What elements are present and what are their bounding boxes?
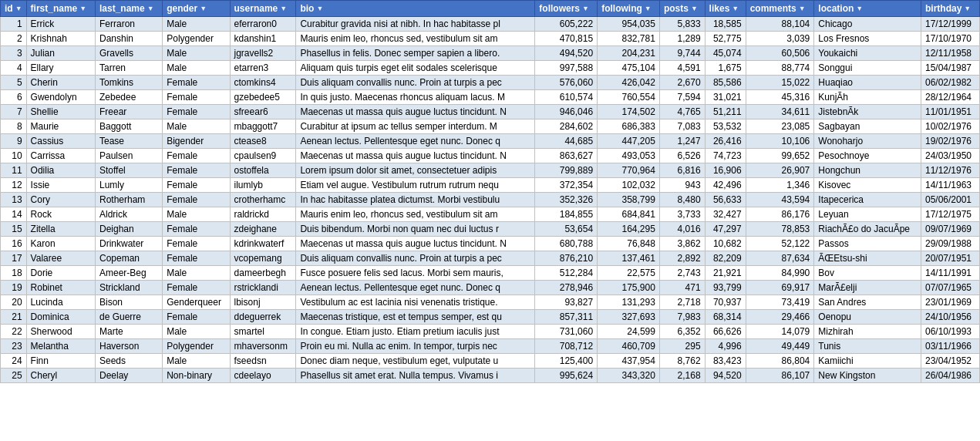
col-bio[interactable]: bio▼ [296, 1, 535, 17]
sort-icon-gender: ▼ [200, 5, 207, 12]
table-row[interactable]: 5CherinTomkinsFemalectomkins4Duis aliqua… [1, 76, 980, 90]
col-posts[interactable]: posts▼ [659, 1, 705, 17]
table-cell: 24/10/1956 [921, 310, 979, 325]
table-cell: 799,889 [535, 163, 598, 178]
table-cell: Aliquam quis turpis eget elit sodales sc… [296, 61, 535, 76]
col-following[interactable]: following▼ [598, 1, 660, 17]
table-cell: 15/04/1987 [921, 61, 979, 76]
col-id[interactable]: id▼ [1, 1, 27, 17]
table-cell: New Kingston [814, 369, 921, 383]
table-row[interactable]: 13CoryRotherhamFemalecrotherhamcIn hac h… [1, 193, 980, 207]
col-last-name[interactable]: last_name▼ [95, 1, 162, 17]
table-row[interactable]: 4EllaryTarrenMaleetarren3Aliquam quis tu… [1, 61, 980, 76]
table-cell: Deelay [95, 369, 162, 383]
table-cell: 42,496 [705, 178, 746, 193]
table-cell: gzebedee5 [230, 90, 296, 105]
table-cell: 14 [1, 207, 27, 222]
table-cell: Curabitur gravida nisi at nibh. In hac h… [296, 17, 535, 32]
table-cell: 7,983 [659, 310, 705, 325]
table-row[interactable]: 19RobinetStricklandFemalerstricklandiAen… [1, 281, 980, 295]
col-comments[interactable]: comments▼ [746, 1, 814, 17]
table-cell: In congue. Etiam justo. Etiam pretium ia… [296, 325, 535, 339]
table-cell: 13 [1, 193, 27, 207]
table-cell: 82,209 [705, 251, 746, 266]
table-cell: 470,815 [535, 32, 598, 46]
table-row[interactable]: 14RockAldrickMaleraldrickdMauris enim le… [1, 207, 980, 222]
table-cell: Krishnah [26, 32, 95, 46]
table-cell: Female [163, 76, 230, 90]
table-row[interactable]: 7ShellieFreearFemalesfreear6Maecenas ut … [1, 105, 980, 120]
table-cell: 295 [659, 339, 705, 354]
table-cell: 11/12/1976 [921, 163, 979, 178]
table-cell: Freear [95, 105, 162, 120]
table-cell: Male [163, 354, 230, 369]
col-location[interactable]: location▼ [814, 1, 921, 17]
table-cell: Maurie [26, 120, 95, 134]
table-cell: Cassius [26, 134, 95, 149]
table-cell: 684,841 [598, 207, 660, 222]
table-row[interactable]: 1ErrickFerraronMaleeferraron0Curabitur g… [1, 17, 980, 32]
table-cell: San Andres [814, 295, 921, 310]
table-cell: JistebnÃ­k [814, 105, 921, 120]
table-row[interactable]: 18DorieAmeer-BegMaledameerbeghFusce posu… [1, 266, 980, 281]
table-cell: 70,937 [705, 295, 746, 310]
table-body: 1ErrickFerraronMaleeferraron0Curabitur g… [1, 17, 980, 383]
table-cell: 22,575 [598, 266, 660, 281]
table-cell: 5 [1, 76, 27, 90]
table-cell: 6,526 [659, 149, 705, 163]
table-header: id▼ first_name▼ last_name▼ gender▼ usern… [1, 1, 980, 17]
table-cell: 66,626 [705, 325, 746, 339]
table-cell: 954,035 [598, 17, 660, 32]
table-row[interactable]: 6GwendolynZebedeeFemalegzebedee5In quis … [1, 90, 980, 105]
table-cell: Paulsen [95, 149, 162, 163]
table-row[interactable]: 15ZitellaDeighanFemalezdeighaneDuis bibe… [1, 222, 980, 237]
table-row[interactable]: 21Dominicade GuerreFemaleddeguerrekMaece… [1, 310, 980, 325]
table-cell: Ameer-Beg [95, 266, 162, 281]
table-row[interactable]: 20LucindaBisonGenderqueerlbisonjVestibul… [1, 295, 980, 310]
table-cell: 26/04/1986 [921, 369, 979, 383]
table-cell: Bov [814, 266, 921, 281]
col-first-name[interactable]: first_name▼ [26, 1, 95, 17]
table-cell: 4,996 [705, 339, 746, 354]
col-username[interactable]: username▼ [230, 1, 296, 17]
table-cell: Sagbayan [814, 120, 921, 134]
table-cell: Female [163, 90, 230, 105]
table-cell: Phasellus sit amet erat. Nulla tempus. V… [296, 369, 535, 383]
table-row[interactable]: 3JulianGravellsMalejgravells2Phasellus i… [1, 46, 980, 61]
table-row[interactable]: 10CarrissaPaulsenFemalecpaulsen9Maecenas… [1, 149, 980, 163]
table-cell: Chicago [814, 17, 921, 32]
table-row[interactable]: 8MaurieBaggottMalembaggott7Curabitur at … [1, 120, 980, 134]
table-row[interactable]: 9CassiusTeaseBigenderctease8Aenean lectu… [1, 134, 980, 149]
table-cell: Etiam vel augue. Vestibulum rutrum rutru… [296, 178, 535, 193]
table-cell: 680,788 [535, 237, 598, 251]
table-cell: 358,799 [598, 193, 660, 207]
table-cell: kdanshin1 [230, 32, 296, 46]
table-cell: 471 [659, 281, 705, 295]
table-cell: cdeelayo [230, 369, 296, 383]
table-cell: Female [163, 251, 230, 266]
table-row[interactable]: 22SherwoodMarteMalesmartelIn congue. Eti… [1, 325, 980, 339]
table-cell: 1 [1, 17, 27, 32]
col-gender[interactable]: gender▼ [163, 1, 230, 17]
table-row[interactable]: 23MelanthaHaversonPolygendermhaversonmPr… [1, 339, 980, 354]
table-cell: KunjÃh [814, 90, 921, 105]
table-cell: 5,833 [659, 17, 705, 32]
sort-icon-lastname: ▼ [147, 5, 154, 12]
table-row[interactable]: 24FinnSeedsMalefseedsnDonec diam neque, … [1, 354, 980, 369]
table-cell: Passos [814, 237, 921, 251]
table-cell: 23,085 [746, 120, 814, 134]
table-cell: 68,314 [705, 310, 746, 325]
table-cell: 21,921 [705, 266, 746, 281]
table-row[interactable]: 2KrishnahDanshinPolygenderkdanshin1Mauri… [1, 32, 980, 46]
table-cell: 60,506 [746, 46, 814, 61]
table-cell: 475,104 [598, 61, 660, 76]
col-birthday[interactable]: birthday▼ [921, 1, 979, 17]
col-likes[interactable]: likes▼ [705, 1, 746, 17]
table-row[interactable]: 17ValareeCopemanFemalevcopemangDuis aliq… [1, 251, 980, 266]
table-row[interactable]: 16KaronDrinkwaterFemalekdrinkwaterfMaece… [1, 237, 980, 251]
table-row[interactable]: 25CherylDeelayNon-binarycdeelayoPhasellu… [1, 369, 980, 383]
table-cell: 327,693 [598, 310, 660, 325]
col-followers[interactable]: followers▼ [535, 1, 598, 17]
table-row[interactable]: 11OdiliaStoffelFemaleostoffelaLorem ipsu… [1, 163, 980, 178]
table-row[interactable]: 12IssieLumlyFemaleilumlybEtiam vel augue… [1, 178, 980, 193]
